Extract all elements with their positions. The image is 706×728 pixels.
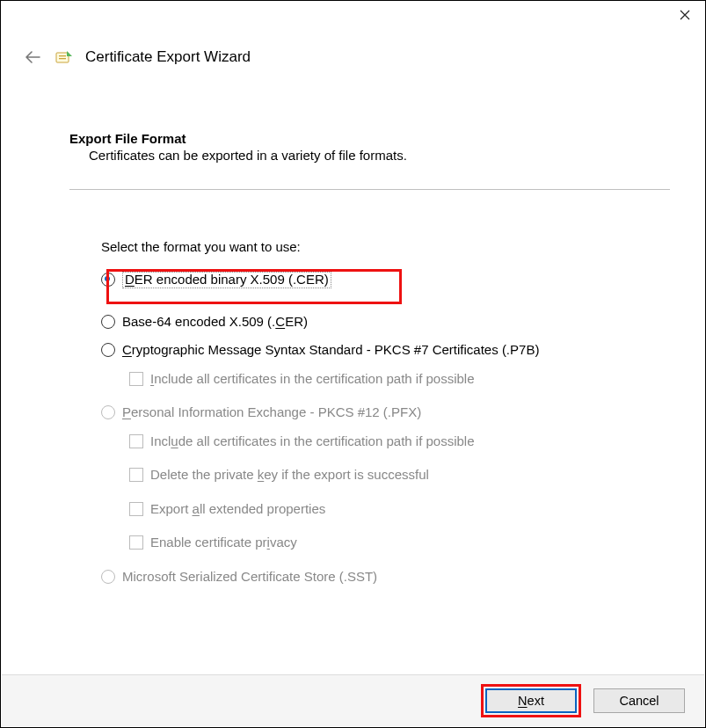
annotation-highlight-next: Next (481, 684, 581, 717)
section-title: Export File Format (69, 131, 670, 146)
option-der[interactable]: DER encoded binary X.509 (.CER) (101, 272, 670, 288)
cancel-button[interactable]: Cancel (593, 688, 685, 713)
format-options: DER encoded binary X.509 (.CER) Base-64 … (69, 272, 670, 584)
back-arrow-icon (25, 51, 40, 63)
option-base64[interactable]: Base-64 encoded X.509 (.CER) (101, 315, 670, 330)
option-pfx-label: Personal Information Exchange - PKCS #12… (122, 405, 421, 420)
radio-icon (101, 343, 115, 357)
option-base64-label: Base-64 encoded X.509 (.CER) (122, 315, 308, 330)
option-pfx-delete-label: Delete the private key if the export is … (150, 468, 429, 483)
radio-icon (101, 405, 115, 419)
option-pfx-privacy: Enable certificate privacy (101, 535, 670, 550)
option-pfx-extended: Export all extended properties (101, 502, 670, 517)
option-pkcs7-label: Cryptographic Message Syntax Standard - … (122, 343, 539, 358)
svg-rect-0 (56, 53, 69, 62)
option-sst-label: Microsoft Serialized Certificate Store (… (122, 570, 377, 585)
option-pfx-extended-label: Export all extended properties (150, 502, 325, 517)
svg-rect-2 (59, 58, 66, 59)
footer: Next Cancel (2, 674, 704, 726)
option-pkcs7-include-label: Include all certificates in the certific… (150, 372, 475, 387)
option-pfx: Personal Information Exchange - PKCS #12… (101, 405, 670, 420)
content-area: Export File Format Certificates can be e… (1, 68, 705, 584)
section-subtitle: Certificates can be exported in a variet… (69, 148, 670, 163)
certificate-icon (54, 47, 75, 68)
svg-rect-1 (59, 55, 66, 56)
option-pkcs7-include: Include all certificates in the certific… (101, 372, 670, 387)
close-button[interactable] (665, 1, 705, 29)
checkbox-icon (129, 434, 143, 448)
option-der-label: DER encoded binary X.509 (.CER) (122, 272, 331, 288)
radio-icon (101, 273, 115, 287)
back-button[interactable] (22, 51, 43, 63)
close-icon (680, 10, 690, 20)
radio-icon (101, 570, 115, 584)
divider (69, 189, 670, 190)
checkbox-icon (129, 502, 143, 516)
wizard-title: Certificate Export Wizard (85, 48, 251, 66)
option-pfx-include-label: Include all certificates in the certific… (150, 434, 475, 449)
option-pfx-delete: Delete the private key if the export is … (101, 468, 670, 483)
option-sst: Microsoft Serialized Certificate Store (… (101, 570, 670, 585)
option-pkcs7[interactable]: Cryptographic Message Syntax Standard - … (101, 343, 670, 358)
radio-icon (101, 315, 115, 329)
checkbox-icon (129, 372, 143, 386)
checkbox-icon (129, 535, 143, 550)
wizard-header: Certificate Export Wizard (1, 47, 705, 68)
titlebar (1, 1, 705, 41)
checkbox-icon (129, 468, 143, 482)
format-prompt: Select the format you want to use: (69, 239, 670, 254)
option-pfx-privacy-label: Enable certificate privacy (150, 535, 297, 550)
option-pfx-include: Include all certificates in the certific… (101, 434, 670, 449)
next-button[interactable]: Next (485, 688, 577, 713)
